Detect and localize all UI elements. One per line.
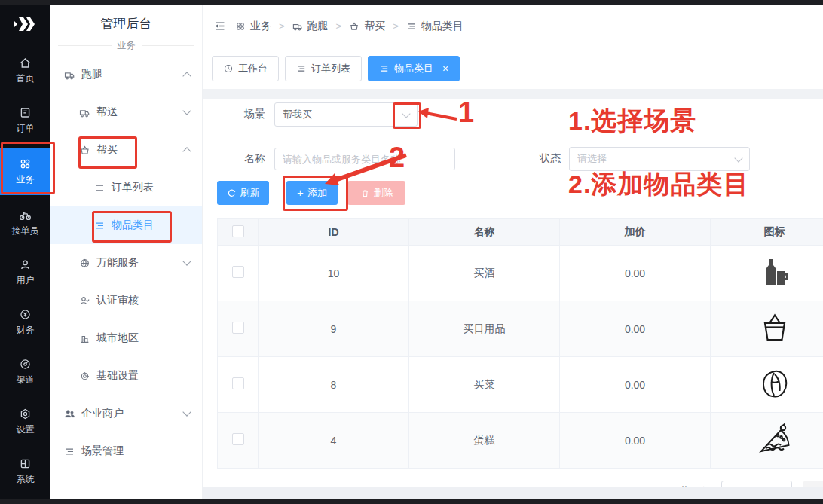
add-button[interactable]: + 添加 (286, 181, 338, 205)
sidebar-item-business[interactable]: 业务 (0, 148, 50, 195)
sidebar-item-system[interactable]: 系统 (0, 450, 50, 493)
menu-item-bangmai[interactable]: 帮买 (50, 131, 202, 169)
menu-item-scene-management[interactable]: 场景管理 (50, 432, 202, 470)
sidebar-item-settings[interactable]: 设置 (0, 400, 50, 444)
table-row[interactable]: 10 买酒 0.00 (218, 246, 823, 301)
cell-id: 9 (259, 301, 409, 357)
refresh-button[interactable]: 刷新 (217, 181, 269, 205)
sidebar-item-couriers[interactable]: 接单员 (0, 201, 50, 245)
daily-goods-icon (758, 311, 791, 344)
row-checkbox[interactable] (232, 322, 244, 334)
name-input[interactable] (274, 148, 455, 170)
app-title: 管理后台 (50, 15, 202, 32)
window-bottom-edge (0, 499, 823, 504)
column-header-id: ID (259, 219, 409, 246)
sidebar-item-label: 业务 (17, 173, 35, 186)
sidebar-item-finance[interactable]: 财务 (0, 301, 50, 344)
scene-label: 场景 (217, 108, 274, 121)
sidebar-item-home[interactable]: 首页 (0, 49, 50, 93)
cell-markup: 0.00 (560, 413, 711, 469)
scene-select[interactable]: 帮我买 (274, 102, 418, 127)
people-icon (64, 408, 75, 420)
row-checkbox[interactable] (232, 433, 244, 445)
cell-name: 买酒 (409, 246, 560, 301)
verify-icon (79, 295, 90, 307)
sidebar-item-orders[interactable]: 订单 (0, 99, 50, 142)
breadcrumb-item-bangmai[interactable]: 帮买 (349, 20, 385, 33)
breadcrumb-separator: > (279, 20, 285, 32)
column-header-markup: 加价 (560, 219, 711, 246)
bottom-gap (203, 487, 823, 499)
basket-icon (79, 145, 90, 156)
menu-item-order-list[interactable]: 订单列表 (50, 169, 202, 206)
bike-icon (19, 209, 32, 221)
content-gap (203, 89, 823, 99)
column-header-icon: 图标 (711, 219, 823, 246)
sidebar-item-label: 首页 (17, 72, 35, 85)
menu-item-enterprise-merchants[interactable]: 企业商户 (50, 395, 202, 432)
categories-table: ID 名称 加价 图标 10 买酒 0.00 (217, 218, 823, 469)
sidebar-item-label: 系统 (17, 473, 35, 486)
app-logo-icon[interactable] (14, 16, 37, 32)
cell-markup: 0.00 (560, 301, 711, 357)
chevron-up-icon[interactable] (182, 72, 191, 80)
column-header-name: 名称 (409, 219, 560, 246)
breadcrumb-item-business[interactable]: 业务 (235, 20, 271, 33)
sidebar-item-label: 财务 (17, 324, 35, 337)
menu-item-verification[interactable]: 认证审核 (50, 282, 202, 319)
sidebar-collapse-icon[interactable] (213, 20, 226, 32)
cell-markup: 0.00 (560, 246, 711, 301)
breadcrumb-item-paotui[interactable]: 跑腿 (292, 20, 329, 33)
menu-item-bangsong[interactable]: 帮送 (50, 93, 202, 131)
chevron-down-icon[interactable] (182, 106, 191, 115)
sidebar-item-label: 设置 (17, 423, 35, 436)
cell-id: 10 (259, 246, 409, 301)
menu-item-basic-settings[interactable]: 基础设置 (50, 357, 202, 395)
delete-button[interactable]: 删除 (347, 181, 405, 205)
menu-item-label: 帮买 (96, 143, 118, 157)
plus-icon: + (297, 186, 304, 199)
side-menu: 跑腿 帮送 帮买 (50, 56, 202, 499)
chevron-down-icon[interactable] (182, 257, 191, 265)
truck-icon (79, 107, 90, 118)
menu-item-label: 企业商户 (81, 407, 124, 420)
chevron-up-icon[interactable] (182, 147, 191, 155)
tab-order-list[interactable]: 订单列表 (285, 56, 362, 81)
prev-page-button[interactable]: ‹ (803, 481, 823, 487)
cake-icon (757, 423, 792, 456)
table-row[interactable]: 8 买菜 0.00 (218, 357, 823, 413)
chevron-down-icon[interactable] (182, 408, 191, 416)
menu-item-paotui[interactable]: 跑腿 (50, 56, 202, 93)
sidebar-item-label: 接单员 (12, 225, 39, 237)
page-size-select[interactable]: 20条/页 (721, 481, 792, 487)
table-row[interactable]: 9 买日用品 0.00 (218, 301, 823, 357)
menu-item-label: 认证审核 (96, 294, 139, 307)
breadcrumb-item-item-categories[interactable]: 物品类目 (406, 20, 464, 33)
row-checkbox[interactable] (232, 377, 244, 389)
user-icon (19, 258, 32, 271)
menu-item-label: 城市地区 (96, 331, 139, 345)
tab-close-icon[interactable]: × (442, 63, 448, 75)
sidebar-item-label: 渠道 (17, 374, 35, 386)
app-window: 首页 订单 业务 接单员 (0, 0, 823, 504)
tab-workbench[interactable]: 工作台 (212, 56, 279, 81)
menu-item-item-categories[interactable]: 物品类目 (50, 206, 202, 244)
list-icon (94, 182, 106, 194)
finance-icon (19, 308, 32, 321)
main-area: 业务 > 跑腿 > 帮买 > 物品类目 (203, 5, 823, 499)
sidebar-item-channels[interactable]: 渠道 (0, 350, 50, 394)
cell-name: 买日用品 (409, 301, 560, 357)
row-checkbox[interactable] (232, 266, 244, 278)
list-icon (94, 220, 106, 231)
sidebar-item-label: 订单 (17, 122, 35, 135)
status-select[interactable]: 请选择 (569, 147, 750, 171)
breadcrumb-separator: > (393, 20, 399, 32)
cell-markup: 0.00 (560, 357, 711, 413)
menu-item-universal-services[interactable]: 万能服务 (50, 244, 202, 282)
tab-bar: 工作台 订单列表 物品类目 × (203, 47, 823, 89)
tab-item-categories[interactable]: 物品类目 × (368, 56, 460, 81)
table-row[interactable]: 4 蛋糕 0.00 (218, 413, 823, 469)
sidebar-item-users[interactable]: 用户 (0, 251, 50, 295)
select-all-checkbox[interactable] (232, 225, 244, 237)
menu-item-city-regions[interactable]: 城市地区 (50, 319, 202, 357)
